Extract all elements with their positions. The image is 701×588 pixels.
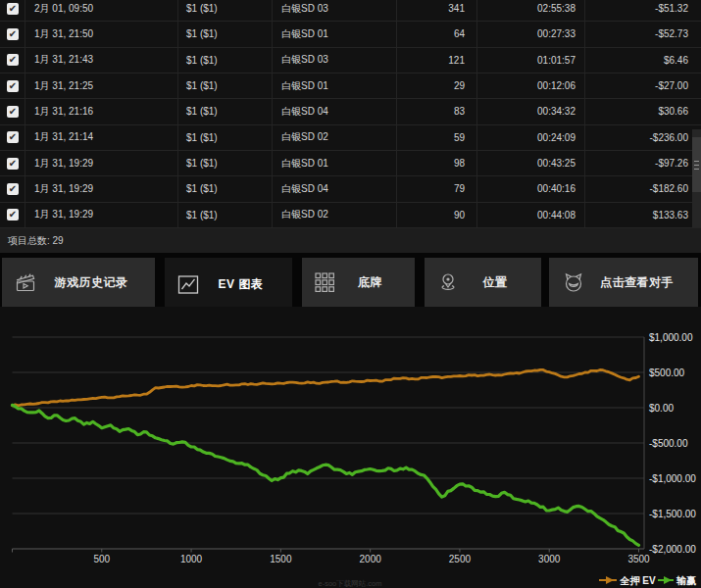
table-scrollbar[interactable]	[692, 129, 701, 227]
cell-game: 白银SD 02	[273, 203, 397, 227]
tab-bar: 游戏历史记录 EV 图表 底牌	[0, 258, 701, 312]
location-pin-icon	[437, 271, 459, 293]
cell-duration: 00:40:16	[477, 176, 585, 201]
cell-result: $133.63	[585, 203, 701, 227]
row-checkbox[interactable]: ✔	[7, 80, 19, 92]
table-row[interactable]: ✔1月 31, 21:25$1 ($1)白银SD 012900:12:06-$2…	[0, 74, 701, 99]
cell-hands: 341	[397, 0, 477, 21]
row-checkbox-cell: ✔	[0, 99, 25, 123]
svg-text:输赢: 输赢	[676, 575, 696, 586]
row-checkbox[interactable]: ✔	[7, 28, 19, 40]
tab-game-history[interactable]: 游戏历史记录	[2, 258, 155, 307]
tab-ev-chart[interactable]: EV 图表	[165, 258, 292, 312]
cell-game: 白银SD 02	[273, 125, 397, 150]
row-checkbox[interactable]: ✔	[7, 209, 19, 220]
row-checkbox-cell: ✔	[0, 176, 25, 201]
row-checkbox-cell: ✔	[0, 74, 25, 98]
row-checkbox-cell: ✔	[0, 22, 25, 46]
tab-position[interactable]: 位置	[425, 258, 541, 307]
svg-text:3000: 3000	[538, 554, 561, 564]
cell-game: 白银SD 04	[273, 176, 397, 201]
tab-label: EV 图表	[199, 276, 292, 293]
svg-text:1000: 1000	[180, 554, 203, 564]
row-checkbox[interactable]: ✔	[7, 158, 19, 170]
svg-text:-$2,000.00: -$2,000.00	[649, 544, 696, 555]
cell-hands: 83	[397, 99, 477, 123]
cell-game: 白银SD 04	[273, 99, 397, 123]
svg-text:e-soo下载网站.com: e-soo下载网站.com	[318, 579, 381, 588]
cell-stakes: $1 ($1)	[178, 48, 273, 73]
cell-hands: 79	[397, 176, 477, 201]
tab-opponents[interactable]: 点击查看对手	[549, 258, 698, 307]
table-row[interactable]: ✔1月 31, 21:16$1 ($1)白银SD 048300:34:32$30…	[0, 99, 701, 124]
svg-text:-$1,500.00: -$1,500.00	[649, 509, 696, 519]
cell-duration: 00:12:06	[477, 74, 585, 98]
cell-hands: 29	[397, 74, 477, 98]
cell-stakes: $1 ($1)	[178, 151, 273, 175]
tab-label: 点击查看对手	[585, 274, 698, 291]
cell-game: 白银SD 01	[273, 74, 397, 98]
cell-stakes: $1 ($1)	[178, 0, 273, 21]
grid-icon	[315, 272, 335, 293]
row-checkbox-cell: ✔	[0, 0, 25, 21]
svg-text:3500: 3500	[627, 554, 650, 564]
table-row[interactable]: ✔1月 31, 21:43$1 ($1)白银SD 0312101:01:57$6…	[0, 48, 701, 74]
cell-result: -$27.00	[585, 74, 701, 98]
cell-stakes: $1 ($1)	[178, 176, 273, 201]
row-checkbox[interactable]: ✔	[7, 54, 19, 66]
summary-bar: 项目总数: 29	[0, 228, 701, 253]
cell-game: 白银SD 01	[273, 22, 397, 46]
cell-date: 1月 31, 21:50	[25, 22, 178, 46]
table-row[interactable]: ✔1月 31, 21:14$1 ($1)白银SD 025900:24:09-$2…	[0, 125, 701, 151]
line-chart-icon	[177, 274, 199, 295]
cell-date: 1月 31, 19:29	[25, 203, 178, 227]
tab-label: 底牌	[335, 274, 415, 291]
cell-date: 1月 31, 21:16	[25, 99, 178, 123]
row-checkbox[interactable]: ✔	[7, 183, 19, 195]
svg-text:2000: 2000	[360, 554, 382, 564]
table-row[interactable]: ✔1月 31, 19:29$1 ($1)白银SD 019800:43:25-$9…	[0, 151, 701, 176]
svg-text:$1,000.00: $1,000.00	[649, 332, 693, 343]
poker-tracker-window: ✔2月 01, 09:50$1 ($1)白银SD 0334102:55:38-$…	[0, 0, 701, 588]
cell-result: -$51.32	[585, 0, 701, 21]
svg-text:$0.00: $0.00	[649, 403, 674, 414]
cell-game: 白银SD 03	[273, 48, 397, 73]
row-checkbox[interactable]: ✔	[7, 3, 19, 15]
svg-text:$500.00: $500.00	[649, 368, 685, 378]
tab-label: 游戏历史记录	[37, 274, 155, 291]
svg-text:2500: 2500	[449, 554, 472, 564]
cell-stakes: $1 ($1)	[178, 22, 273, 46]
table-row[interactable]: ✔1月 31, 19:29$1 ($1)白银SD 047900:40:16-$1…	[0, 176, 701, 202]
cell-date: 2月 01, 09:50	[25, 0, 178, 21]
table-row[interactable]: ✔1月 31, 21:50$1 ($1)白银SD 016400:27:33-$5…	[0, 22, 701, 47]
cell-result: $30.66	[585, 99, 701, 123]
row-checkbox[interactable]: ✔	[7, 131, 19, 143]
cell-hands: 121	[397, 48, 477, 73]
tab-hole-cards[interactable]: 底牌	[302, 258, 415, 307]
cell-result: -$52.73	[585, 22, 701, 46]
cell-hands: 59	[397, 125, 477, 150]
cell-duration: 00:43:25	[477, 151, 585, 175]
table-row[interactable]: ✔2月 01, 09:50$1 ($1)白银SD 0334102:55:38-$…	[0, 0, 701, 22]
row-checkbox[interactable]: ✔	[7, 106, 19, 118]
cell-hands: 90	[397, 203, 477, 227]
cell-duration: 02:55:38	[477, 0, 585, 21]
cell-game: 白银SD 01	[273, 151, 397, 175]
cell-duration: 00:44:08	[477, 203, 585, 227]
cell-stakes: $1 ($1)	[178, 74, 273, 98]
table-row[interactable]: ✔1月 31, 19:29$1 ($1)白银SD 029000:44:08$13…	[0, 203, 701, 228]
cell-result: $6.46	[585, 48, 701, 73]
cell-result: -$97.26	[585, 151, 701, 175]
row-checkbox-cell: ✔	[0, 125, 25, 150]
svg-text:全押 EV: 全押 EV	[620, 575, 656, 586]
sessions-table: ✔2月 01, 09:50$1 ($1)白银SD 0334102:55:38-$…	[0, 0, 701, 228]
cell-date: 1月 31, 21:43	[25, 48, 178, 73]
cell-stakes: $1 ($1)	[178, 203, 273, 227]
cell-duration: 00:24:09	[477, 125, 585, 150]
opponent-face-icon	[562, 271, 585, 293]
cell-result: -$236.00	[585, 125, 701, 150]
cell-duration: 00:34:32	[477, 99, 585, 123]
ev-chart[interactable]: $1,000.00$500.00$0.00-$500.00-$1,000.00-…	[0, 307, 701, 588]
scrollbar-thumb[interactable]	[692, 137, 701, 192]
row-checkbox-cell: ✔	[0, 203, 25, 227]
